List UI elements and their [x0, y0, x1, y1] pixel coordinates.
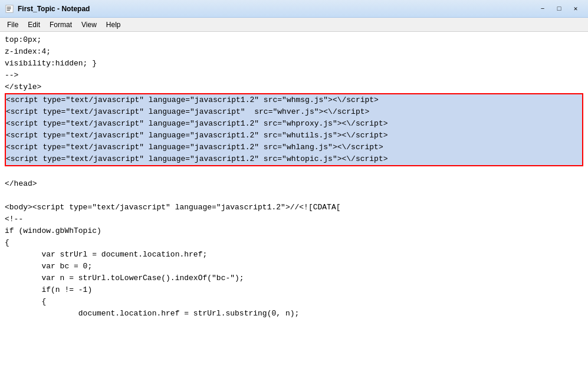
- code-line: <!--: [5, 213, 583, 225]
- menu-file[interactable]: File: [2, 19, 23, 30]
- title-bar: First_Topic - Notepad − □ ✕: [0, 0, 588, 18]
- code-line: if (window.gbWhTopic): [5, 225, 583, 237]
- svg-rect-2: [7, 8, 11, 9]
- code-line: {: [5, 296, 583, 308]
- menu-bar: File Edit Format View Help: [0, 18, 588, 32]
- code-line: <script type="text/javascript" language=…: [6, 118, 582, 130]
- svg-rect-3: [7, 9, 10, 10]
- svg-rect-1: [7, 6, 11, 7]
- menu-view[interactable]: View: [77, 19, 101, 30]
- code-line: </head>: [5, 178, 583, 190]
- window-controls[interactable]: − □ ✕: [535, 3, 583, 15]
- code-line: z-index:4;: [5, 46, 583, 58]
- maximize-button[interactable]: □: [551, 3, 567, 15]
- app-icon: [5, 4, 14, 14]
- code-line: <script type="text/javascript" language=…: [6, 106, 582, 118]
- code-line: -->: [5, 70, 583, 81]
- menu-format[interactable]: Format: [45, 19, 77, 30]
- menu-edit[interactable]: Edit: [23, 19, 45, 30]
- window-title: First_Topic - Notepad: [18, 5, 535, 13]
- code-line: {: [5, 237, 583, 249]
- code-line: var bc = 0;: [5, 261, 583, 272]
- code-line: [5, 166, 583, 178]
- code-line: if(n != -1): [5, 284, 583, 296]
- code-line: document.location.href = strUrl.substrin…: [5, 308, 583, 320]
- menu-help[interactable]: Help: [101, 19, 126, 30]
- code-line: visibility:hidden; }: [5, 58, 583, 70]
- code-line: <script type="text/javascript" language=…: [6, 94, 582, 106]
- text-editor[interactable]: top:0px; z-index:4; visibility:hidden; }…: [0, 32, 588, 378]
- code-line: <script type="text/javascript" language=…: [6, 153, 582, 165]
- code-line: <script type="text/javascript" language=…: [6, 142, 582, 153]
- code-line: </style>: [5, 81, 583, 93]
- code-line: [5, 190, 583, 202]
- highlighted-block: <script type="text/javascript" language=…: [5, 93, 583, 166]
- minimize-button[interactable]: −: [535, 3, 550, 15]
- close-button[interactable]: ✕: [568, 3, 583, 15]
- code-line: var n = strUrl.toLowerCase().indexOf("bc…: [5, 272, 583, 284]
- code-line: var strUrl = document.location.href;: [5, 249, 583, 261]
- code-line: top:0px;: [5, 34, 583, 46]
- code-line: <script type="text/javascript" language=…: [6, 130, 582, 142]
- code-line: <body><script type="text/javascript" lan…: [5, 202, 583, 213]
